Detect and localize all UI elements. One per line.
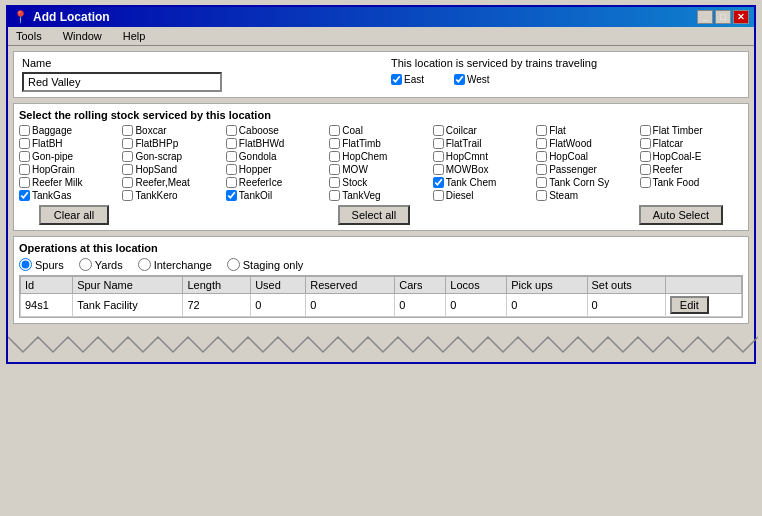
east-checkbox[interactable] [391, 74, 402, 85]
rolling-checkbox-10[interactable] [329, 138, 340, 149]
rolling-item-24[interactable]: MOW [329, 164, 432, 175]
rolling-checkbox-15[interactable] [122, 151, 133, 162]
rolling-item-23[interactable]: Hopper [226, 164, 329, 175]
west-checkbox[interactable] [454, 74, 465, 85]
rolling-item-36[interactable]: TankKero [122, 190, 225, 201]
rolling-checkbox-23[interactable] [226, 164, 237, 175]
rolling-item-32[interactable]: Tank Chem [433, 177, 536, 188]
rolling-checkbox-36[interactable] [122, 190, 133, 201]
rolling-item-30[interactable]: ReeferIce [226, 177, 329, 188]
rolling-item-12[interactable]: FlatWood [536, 138, 639, 149]
rolling-item-9[interactable]: FlatBHWd [226, 138, 329, 149]
rolling-item-17[interactable]: HopChem [329, 151, 432, 162]
radio-spurs[interactable] [19, 258, 32, 271]
rolling-checkbox-19[interactable] [536, 151, 547, 162]
rolling-item-18[interactable]: HopCmnt [433, 151, 536, 162]
radio-interchange-label[interactable]: Interchange [138, 258, 212, 271]
select-all-button[interactable]: Select all [338, 205, 411, 225]
rolling-checkbox-22[interactable] [122, 164, 133, 175]
rolling-checkbox-0[interactable] [19, 125, 30, 136]
rolling-item-34[interactable]: Tank Food [640, 177, 743, 188]
rolling-item-13[interactable]: Flatcar [640, 138, 743, 149]
close-button[interactable]: ✕ [733, 10, 749, 24]
rolling-item-39[interactable]: Diesel [433, 190, 536, 201]
rolling-checkbox-6[interactable] [640, 125, 651, 136]
rolling-checkbox-34[interactable] [640, 177, 651, 188]
rolling-item-8[interactable]: FlatBHPp [122, 138, 225, 149]
rolling-checkbox-16[interactable] [226, 151, 237, 162]
rolling-item-29[interactable]: Reefer,Meat [122, 177, 225, 188]
east-checkbox-label[interactable]: East [391, 74, 424, 85]
rolling-item-1[interactable]: Boxcar [122, 125, 225, 136]
edit-button[interactable]: Edit [670, 296, 709, 314]
rolling-checkbox-9[interactable] [226, 138, 237, 149]
radio-staging-label[interactable]: Staging only [227, 258, 304, 271]
radio-interchange[interactable] [138, 258, 151, 271]
rolling-item-21[interactable]: HopGrain [19, 164, 122, 175]
rolling-checkbox-30[interactable] [226, 177, 237, 188]
name-input[interactable] [22, 72, 222, 92]
rolling-item-11[interactable]: FlatTrail [433, 138, 536, 149]
rolling-checkbox-21[interactable] [19, 164, 30, 175]
rolling-checkbox-31[interactable] [329, 177, 340, 188]
rolling-checkbox-39[interactable] [433, 190, 444, 201]
menu-tools[interactable]: Tools [13, 29, 45, 43]
rolling-checkbox-25[interactable] [433, 164, 444, 175]
rolling-checkbox-28[interactable] [19, 177, 30, 188]
rolling-checkbox-4[interactable] [433, 125, 444, 136]
clear-all-button[interactable]: Clear all [39, 205, 109, 225]
rolling-checkbox-17[interactable] [329, 151, 340, 162]
rolling-item-20[interactable]: HopCoal-E [640, 151, 743, 162]
radio-spurs-label[interactable]: Spurs [19, 258, 64, 271]
auto-select-button[interactable]: Auto Select [639, 205, 723, 225]
rolling-checkbox-24[interactable] [329, 164, 340, 175]
rolling-checkbox-5[interactable] [536, 125, 547, 136]
rolling-checkbox-14[interactable] [19, 151, 30, 162]
west-checkbox-label[interactable]: West [454, 74, 490, 85]
rolling-item-10[interactable]: FlatTimb [329, 138, 432, 149]
radio-staging[interactable] [227, 258, 240, 271]
rolling-item-37[interactable]: TankOil [226, 190, 329, 201]
rolling-item-7[interactable]: FlatBH [19, 138, 122, 149]
rolling-checkbox-33[interactable] [536, 177, 547, 188]
rolling-item-15[interactable]: Gon-scrap [122, 151, 225, 162]
rolling-item-0[interactable]: Baggage [19, 125, 122, 136]
rolling-checkbox-27[interactable] [640, 164, 651, 175]
rolling-checkbox-3[interactable] [329, 125, 340, 136]
rolling-checkbox-12[interactable] [536, 138, 547, 149]
minimize-button[interactable]: _ [697, 10, 713, 24]
rolling-item-19[interactable]: HopCoal [536, 151, 639, 162]
rolling-item-27[interactable]: Reefer [640, 164, 743, 175]
rolling-checkbox-2[interactable] [226, 125, 237, 136]
menu-window[interactable]: Window [60, 29, 105, 43]
rolling-checkbox-40[interactable] [536, 190, 547, 201]
rolling-checkbox-13[interactable] [640, 138, 651, 149]
rolling-checkbox-18[interactable] [433, 151, 444, 162]
rolling-item-35[interactable]: TankGas [19, 190, 122, 201]
rolling-checkbox-35[interactable] [19, 190, 30, 201]
rolling-item-22[interactable]: HopSand [122, 164, 225, 175]
rolling-item-5[interactable]: Flat [536, 125, 639, 136]
radio-yards[interactable] [79, 258, 92, 271]
rolling-item-26[interactable]: Passenger [536, 164, 639, 175]
rolling-checkbox-37[interactable] [226, 190, 237, 201]
maximize-button[interactable]: □ [715, 10, 731, 24]
rolling-checkbox-38[interactable] [329, 190, 340, 201]
rolling-checkbox-11[interactable] [433, 138, 444, 149]
rolling-item-2[interactable]: Caboose [226, 125, 329, 136]
rolling-item-33[interactable]: Tank Corn Sy [536, 177, 639, 188]
rolling-checkbox-32[interactable] [433, 177, 444, 188]
rolling-checkbox-26[interactable] [536, 164, 547, 175]
menu-help[interactable]: Help [120, 29, 149, 43]
rolling-item-28[interactable]: Reefer Milk [19, 177, 122, 188]
rolling-checkbox-29[interactable] [122, 177, 133, 188]
rolling-item-3[interactable]: Coal [329, 125, 432, 136]
rolling-item-14[interactable]: Gon-pipe [19, 151, 122, 162]
rolling-checkbox-1[interactable] [122, 125, 133, 136]
rolling-checkbox-20[interactable] [640, 151, 651, 162]
rolling-checkbox-8[interactable] [122, 138, 133, 149]
rolling-item-31[interactable]: Stock [329, 177, 432, 188]
rolling-checkbox-7[interactable] [19, 138, 30, 149]
rolling-item-16[interactable]: Gondola [226, 151, 329, 162]
rolling-item-25[interactable]: MOWBox [433, 164, 536, 175]
